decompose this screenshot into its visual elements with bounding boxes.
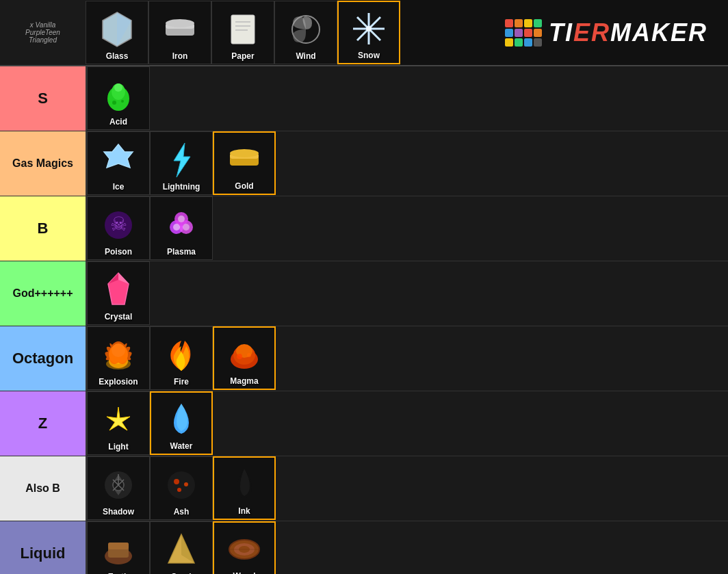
tiers-container: S Acid Gas Magics Ice Lightning Gold B ☠… (0, 66, 728, 574)
logo-cell (515, 29, 523, 37)
tier-list: x Vanilla PurpleTeen Triangled Glass Iro… (0, 0, 728, 574)
iron-icon (159, 9, 200, 50)
svg-marker-22 (174, 143, 190, 177)
item-label: Shadow (103, 507, 134, 517)
tier-label-s: S (0, 66, 86, 131)
logo-cell (534, 29, 542, 37)
item-label: Light (108, 442, 128, 452)
header-item-wind: Wind (274, 1, 337, 64)
tiermaker-text: TiERMAKER (549, 18, 707, 47)
tier-row-godpp: God++++++ Crystal (0, 261, 728, 326)
item-label: Iron (172, 51, 188, 61)
item-label: Ash (174, 507, 190, 517)
earth-icon (98, 530, 139, 571)
tier-items-octagon: Explosion Fire Magma (86, 326, 728, 391)
tier-label-gas: Gas Magics (0, 131, 86, 196)
logo-cell (524, 29, 532, 37)
light-icon (98, 400, 139, 441)
wind-icon (285, 9, 326, 50)
svg-point-14 (366, 26, 372, 31)
poison-icon: ☠ (98, 205, 139, 246)
item-earth[interactable]: Earth (87, 521, 150, 574)
logo-cell (524, 19, 532, 27)
logo-cell (534, 19, 542, 27)
snow-icon (348, 8, 389, 49)
item-label: Ink (238, 506, 250, 516)
logo-cell (515, 19, 523, 27)
tier-label-b: B (0, 196, 86, 261)
item-wood[interactable]: Wood (213, 521, 276, 574)
item-gold[interactable]: Gold (213, 131, 276, 195)
item-label: Acid (109, 117, 127, 127)
lightning-icon (161, 140, 202, 181)
item-magma[interactable]: Magma (213, 326, 276, 390)
tier-row-alsob: Also B Shadow Ash Ink (0, 456, 728, 521)
tier-items-s: Acid (86, 66, 728, 131)
item-ash[interactable]: Ash (150, 456, 213, 520)
fire-icon (161, 335, 202, 376)
item-ink[interactable]: Ink (213, 456, 276, 520)
item-label: Magma (230, 376, 258, 386)
tier-items-alsob: Shadow Ash Ink (86, 456, 728, 521)
svg-point-44 (237, 354, 242, 359)
item-poison[interactable]: ☠ Poison (87, 196, 150, 260)
logo-cell (505, 29, 513, 37)
header-logo-area: TiERMAKER (400, 18, 728, 47)
item-shadow[interactable]: Shadow (87, 456, 150, 520)
gold-icon (224, 139, 265, 180)
tier-row-b: B ☠ Poison Plasma (0, 196, 728, 261)
plasma-icon (161, 205, 202, 246)
tier-row-liquid: Liquid Earth Sand Wood (0, 521, 728, 574)
item-acid[interactable]: Acid (87, 66, 150, 130)
tier-label-liquid: Liquid (0, 521, 86, 574)
item-label: Wind (296, 51, 315, 61)
item-ice[interactable]: Ice (87, 131, 150, 195)
water-icon (161, 399, 202, 440)
item-water[interactable]: Water (150, 391, 213, 455)
svg-point-31 (173, 224, 180, 231)
ash-icon (161, 465, 202, 506)
item-label: Lightning (163, 182, 200, 192)
header-left: x Vanilla PurpleTeen Triangled (0, 0, 86, 65)
item-sand[interactable]: Sand (150, 521, 213, 574)
item-label: Water (170, 441, 193, 451)
item-label: Snow (358, 51, 380, 60)
svg-point-48 (168, 471, 195, 499)
header-subtitle: x Vanilla PurpleTeen Triangled (0, 0, 86, 65)
item-fire[interactable]: Fire (150, 326, 213, 390)
item-explosion[interactable]: Explosion (87, 326, 150, 390)
item-light[interactable]: Light (87, 391, 150, 455)
ink-icon (224, 464, 265, 505)
svg-marker-21 (104, 144, 133, 168)
item-lightning[interactable]: Lightning (150, 131, 213, 195)
tier-items-liquid: Earth Sand Wood (86, 521, 728, 574)
magma-icon (224, 334, 265, 375)
svg-point-25 (230, 149, 259, 157)
crystal-icon (98, 270, 139, 311)
svg-rect-5 (231, 15, 255, 44)
svg-point-50 (184, 482, 188, 486)
tier-items-gas: Ice Lightning Gold (86, 131, 728, 196)
svg-point-51 (177, 488, 181, 492)
logo-cell (505, 19, 513, 27)
item-label: Fire (174, 377, 189, 387)
acid-icon (98, 75, 139, 116)
item-plasma[interactable]: Plasma (150, 196, 213, 260)
header-item-paper: Paper (211, 1, 274, 64)
svg-point-18 (112, 101, 116, 105)
explosion-icon (98, 335, 139, 376)
tier-label-octagon: Octagon (0, 326, 86, 391)
tier-row-z: Z Light Water (0, 391, 728, 456)
logo-cell (505, 38, 513, 47)
svg-rect-54 (108, 543, 129, 549)
svg-point-33 (178, 216, 185, 222)
svg-point-19 (121, 100, 124, 103)
item-crystal[interactable]: Crystal (87, 261, 150, 325)
tier-items-z: Light Water (86, 391, 728, 456)
tier-items-godpp: Crystal (86, 261, 728, 326)
logo-cell (534, 38, 542, 47)
ice-icon (98, 140, 139, 181)
tier-row-gas: Gas Magics Ice Lightning Gold (0, 131, 728, 196)
item-label: Plasma (167, 247, 196, 257)
glass-icon (96, 9, 138, 50)
